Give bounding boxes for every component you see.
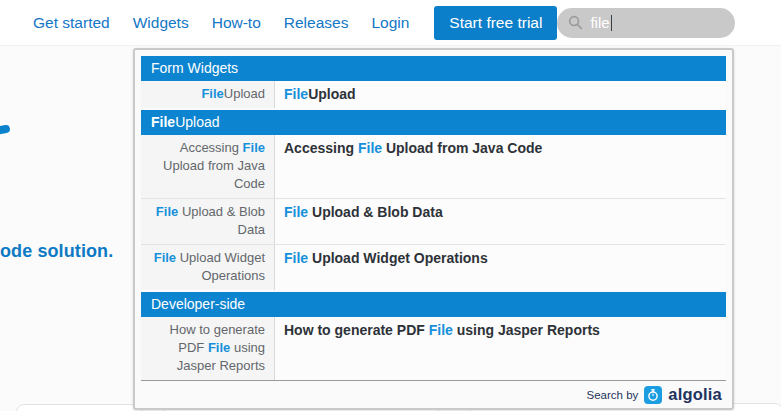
heading-decoration-dash xyxy=(0,124,11,135)
nav-link-get-started[interactable]: Get started xyxy=(33,14,110,32)
result-title-cell[interactable]: Accessing File Upload from Java Code xyxy=(275,135,726,198)
result-text: Developer-side xyxy=(151,296,245,312)
result-category-cell: FileUpload xyxy=(141,81,275,108)
result-text: Upload xyxy=(308,86,355,102)
nav-link-releases[interactable]: Releases xyxy=(284,14,349,32)
content-card xyxy=(16,404,142,411)
result-section: FileUploadAccessing File Upload from Jav… xyxy=(141,110,726,290)
highlighted-match: File xyxy=(243,140,265,155)
result-row[interactable]: Accessing File Upload from Java CodeAcce… xyxy=(141,135,726,198)
result-text: Upload & Blob Data xyxy=(308,204,443,220)
start-free-trial-button[interactable]: Start free trial xyxy=(434,6,557,40)
result-title-cell[interactable]: FileUpload xyxy=(275,81,726,108)
dropdown-footer: Search by algolia xyxy=(141,380,726,408)
result-category-cell: File Upload & Blob Data xyxy=(141,199,275,244)
result-text: Upload & Blob Data xyxy=(178,204,265,237)
result-row[interactable]: File Upload Widget OperationsFile Upload… xyxy=(141,244,726,290)
text-caret xyxy=(611,15,613,31)
result-category-cell: How to generate PDF File using Jasper Re… xyxy=(141,317,275,380)
result-row[interactable]: How to generate PDF File using Jasper Re… xyxy=(141,317,726,380)
search-query-text: file xyxy=(590,14,609,31)
top-navbar: Get started Widgets How-to Releases Logi… xyxy=(0,0,781,46)
highlighted-match: File xyxy=(284,86,308,102)
search-results-dropdown: Form WidgetsFileUploadFileUploadFileUplo… xyxy=(133,48,734,410)
result-text: Upload Widget Operations xyxy=(176,250,265,283)
dropdown-sections: Form WidgetsFileUploadFileUploadFileUplo… xyxy=(141,56,726,380)
highlighted-match: File xyxy=(429,322,453,338)
algolia-logo-icon[interactable] xyxy=(644,386,662,404)
result-title-cell[interactable]: How to generate PDF File using Jasper Re… xyxy=(275,317,726,380)
highlighted-match: File xyxy=(201,86,223,101)
result-text: using Jasper Reports xyxy=(453,322,600,338)
highlighted-match: File xyxy=(208,340,230,355)
result-section: Form WidgetsFileUploadFileUpload xyxy=(141,56,726,108)
nav-link-widgets[interactable]: Widgets xyxy=(133,14,189,32)
result-text: Upload Widget Operations xyxy=(308,250,488,266)
result-text: Upload xyxy=(175,114,219,130)
result-section: Developer-sideHow to generate PDF File u… xyxy=(141,292,726,380)
highlighted-match: File xyxy=(284,250,308,266)
result-title-cell[interactable]: File Upload & Blob Data xyxy=(275,199,726,244)
result-text: Upload from Java Code xyxy=(382,140,542,156)
highlighted-match: File xyxy=(154,250,176,265)
result-row[interactable]: FileUploadFileUpload xyxy=(141,81,726,108)
highlighted-match: File xyxy=(156,204,178,219)
section-header: Form Widgets xyxy=(141,56,726,81)
highlighted-match: File xyxy=(151,114,175,130)
page-heading-fragment: ode solution. xyxy=(0,241,113,262)
result-text: Upload from Java Code xyxy=(163,158,265,191)
algolia-wordmark[interactable]: algolia xyxy=(668,385,722,404)
result-category-cell: Accessing File Upload from Java Code xyxy=(141,135,275,198)
magnifier-icon xyxy=(568,15,583,30)
search-by-label: Search by xyxy=(587,389,639,401)
result-title-cell[interactable]: File Upload Widget Operations xyxy=(275,245,726,290)
result-text: Accessing xyxy=(284,140,358,156)
nav-link-login[interactable]: Login xyxy=(371,14,409,32)
section-header: Developer-side xyxy=(141,292,726,317)
result-text: Form Widgets xyxy=(151,60,238,76)
result-text: How to generate PDF xyxy=(284,322,429,338)
result-text: Accessing xyxy=(180,140,243,155)
nav-link-how-to[interactable]: How-to xyxy=(212,14,261,32)
result-category-cell: File Upload Widget Operations xyxy=(141,245,275,290)
highlighted-match: File xyxy=(284,204,308,220)
search-input[interactable]: file xyxy=(557,8,735,38)
section-header: FileUpload xyxy=(141,110,726,135)
result-row[interactable]: File Upload & Blob DataFile Upload & Blo… xyxy=(141,198,726,244)
result-text: Upload xyxy=(224,86,265,101)
highlighted-match: File xyxy=(358,140,382,156)
